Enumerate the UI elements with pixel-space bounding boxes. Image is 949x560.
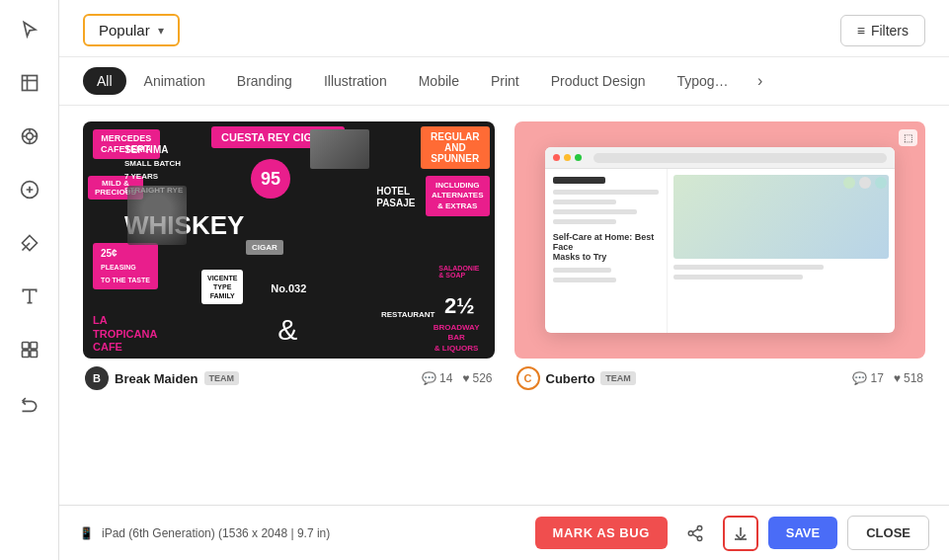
undo-icon[interactable] xyxy=(12,385,47,421)
filters-label: Filters xyxy=(871,23,909,39)
card-author-1: B Break Maiden TEAM xyxy=(85,366,239,390)
comment-icon-2: 💬 xyxy=(852,371,867,385)
tab-illustration[interactable]: Illustration xyxy=(310,67,401,95)
photo-face xyxy=(127,186,187,245)
cursor-icon[interactable] xyxy=(12,12,47,47)
tabs-next-arrow[interactable]: › xyxy=(747,67,774,95)
topbar: Popular ▾ ≡ Filters xyxy=(59,0,949,57)
close-button[interactable]: CLOSE xyxy=(847,516,929,550)
comment-icon-1: 💬 xyxy=(422,371,436,385)
svg-rect-9 xyxy=(22,343,29,350)
sticker-number: 2½ xyxy=(444,293,475,319)
comment-stat-2: 💬 17 xyxy=(852,371,883,385)
sticker-032: No.032 xyxy=(271,282,306,294)
tab-mobile[interactable]: Mobile xyxy=(405,67,473,95)
like-stat-2: ♥ 518 xyxy=(894,371,923,385)
browser-main-content xyxy=(668,169,895,332)
browser-url-bar xyxy=(593,153,887,163)
sticker-25cents: 25¢PLEASINGTO THE TASTE xyxy=(93,243,158,289)
tab-typography[interactable]: Typog… xyxy=(663,67,742,95)
sidebar xyxy=(0,0,59,560)
text-icon[interactable] xyxy=(12,279,47,314)
svg-point-13 xyxy=(697,525,702,530)
team-badge-1: TEAM xyxy=(204,371,240,385)
mark-bug-button[interactable]: MARK AS BUG xyxy=(535,517,668,549)
card-author-2: C Cuberto TEAM xyxy=(516,366,636,390)
browser-dot-green xyxy=(575,154,582,161)
gallery-item-2: Self-Care at Home: Best FaceMasks to Try xyxy=(514,121,926,489)
main-content: Popular ▾ ≡ Filters All Animation Brandi… xyxy=(59,0,949,560)
circle-2 xyxy=(859,177,871,189)
device-info: 📱 iPad (6th Generation) (1536 x 2048 | 9… xyxy=(79,526,330,540)
svg-line-17 xyxy=(692,528,697,531)
browser-bar xyxy=(545,147,895,169)
browser-sidebar-mock: Self-Care at Home: Best FaceMasks to Try xyxy=(545,169,668,332)
picture-icon: ⬚ xyxy=(899,129,917,146)
bottombar: 📱 iPad (6th Generation) (1536 x 2048 | 9… xyxy=(59,505,949,560)
heart-icon-2: ♥ xyxy=(894,371,901,385)
sticker-including: INCLUDINGALTERNATES& EXTRAS xyxy=(426,176,490,216)
card-info-1: B Break Maiden TEAM 💬 14 ♥ 526 xyxy=(83,366,495,390)
heart-icon-1: ♥ xyxy=(462,371,469,385)
sticker-cigar: CIGAR xyxy=(246,240,283,255)
filter-icon: ≡ xyxy=(857,23,865,39)
sticker-restaurant: RESTAURANT xyxy=(381,310,435,319)
mock-hero-image xyxy=(673,175,889,258)
browser-dot-red xyxy=(553,154,560,161)
save-button[interactable]: SAVE xyxy=(768,517,837,549)
circle-1 xyxy=(843,177,855,189)
filters-button[interactable]: ≡ Filters xyxy=(840,15,925,46)
sticker-vicente: VICENTETYPEFAMILY xyxy=(201,270,243,304)
author-name-1: Break Maiden xyxy=(115,371,198,386)
svg-point-15 xyxy=(697,536,702,541)
sticker-hotel: HOTELPASAJE xyxy=(376,186,415,209)
dropdown-label: Popular xyxy=(99,22,150,39)
author-avatar-1: B xyxy=(85,366,109,390)
gallery: MERCEDESCAFETERIA CUESTA REY CIGARS MILD… xyxy=(59,106,949,505)
sticker-regular: REGULARANDSPUNNER xyxy=(421,126,489,169)
card-info-2: C Cuberto TEAM 💬 17 ♥ 518 xyxy=(514,366,926,390)
like-stat-1: ♥ 526 xyxy=(462,371,492,385)
tab-animation[interactable]: Animation xyxy=(130,67,219,95)
browser-dot-yellow xyxy=(564,154,571,161)
svg-rect-10 xyxy=(30,343,37,350)
browser-mockup: Self-Care at Home: Best FaceMasks to Try xyxy=(545,147,895,332)
sticker-broadway: BROADWAYBAR& LIQUORS xyxy=(434,323,480,354)
sticker-saladonie: SALADONIE& SOAP xyxy=(438,265,479,279)
sticker-95: 95 xyxy=(251,159,290,199)
mock-product-circles xyxy=(673,175,889,191)
target-icon[interactable] xyxy=(12,119,47,154)
tab-branding[interactable]: Branding xyxy=(223,67,306,95)
comment-stat-1: 💬 14 xyxy=(422,371,452,385)
bottom-actions: MARK AS BUG SAVE CLOSE xyxy=(535,516,929,551)
author-name-2: Cuberto xyxy=(546,371,595,386)
svg-point-14 xyxy=(688,530,693,535)
download-button[interactable] xyxy=(723,516,758,551)
gallery-item-1: MERCEDESCAFETERIA CUESTA REY CIGARS MILD… xyxy=(83,121,495,489)
popular-dropdown[interactable]: Popular ▾ xyxy=(83,14,180,46)
svg-rect-11 xyxy=(22,351,29,358)
tab-print[interactable]: Print xyxy=(477,67,533,95)
device-icon: 📱 xyxy=(79,526,94,540)
device-label: iPad (6th Generation) (1536 x 2048 | 9.7… xyxy=(102,526,330,540)
pen-icon[interactable] xyxy=(12,225,47,261)
frame-icon[interactable] xyxy=(12,65,47,101)
tab-all[interactable]: All xyxy=(83,67,126,95)
card-stats-2: 💬 17 ♥ 518 xyxy=(852,371,923,385)
circle-3 xyxy=(875,177,887,189)
shape-icon[interactable] xyxy=(12,332,47,367)
photo-group xyxy=(310,129,369,169)
svg-point-4 xyxy=(26,133,33,140)
svg-rect-0 xyxy=(22,76,37,91)
gallery-image-1[interactable]: MERCEDESCAFETERIA CUESTA REY CIGARS MILD… xyxy=(83,121,495,359)
browser-content: Self-Care at Home: Best FaceMasks to Try xyxy=(545,169,895,332)
paint-icon[interactable] xyxy=(12,172,47,207)
tab-product-design[interactable]: Product Design xyxy=(537,67,660,95)
gallery-image-2[interactable]: Self-Care at Home: Best FaceMasks to Try xyxy=(514,121,926,359)
sticker-tropicana: LATROPICANACAFE xyxy=(93,314,157,354)
sticker-ampersand: & xyxy=(277,313,297,347)
team-badge-2: TEAM xyxy=(600,371,636,385)
author-avatar-2: C xyxy=(516,366,540,390)
share-button[interactable] xyxy=(677,516,713,551)
chevron-down-icon: ▾ xyxy=(158,24,164,38)
